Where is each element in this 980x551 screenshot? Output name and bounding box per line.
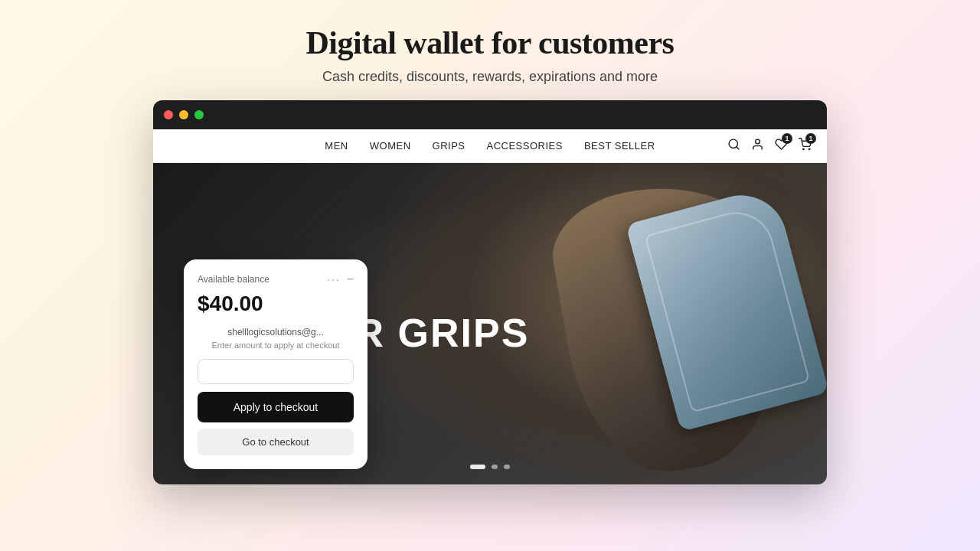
browser-content: MEN WOMEN GRIPS ACCESSORIES BEST SELLER bbox=[153, 129, 827, 484]
wallet-widget: Available balance ··· − $40.00 shelllogi… bbox=[184, 259, 368, 469]
wishlist-icon[interactable]: 1 bbox=[775, 138, 788, 154]
minimize-button[interactable] bbox=[179, 110, 188, 119]
wallet-email: shelllogicsolutions@g... bbox=[198, 327, 354, 337]
cart-icon[interactable]: 1 bbox=[799, 138, 812, 154]
wallet-actions: ··· − bbox=[327, 273, 354, 285]
slide-dot-1[interactable] bbox=[470, 465, 485, 469]
nav-item-grips[interactable]: GRIPS bbox=[433, 140, 466, 152]
wallet-options-button[interactable]: ··· bbox=[327, 273, 341, 285]
svg-point-4 bbox=[808, 148, 809, 149]
apply-to-checkout-button[interactable]: Apply to checkout bbox=[198, 392, 354, 422]
cart-badge: 1 bbox=[805, 133, 816, 144]
svg-point-3 bbox=[803, 148, 804, 149]
nav-links: MEN WOMEN GRIPS ACCESSORIES BEST SELLER bbox=[325, 140, 655, 152]
slide-indicators bbox=[470, 465, 510, 469]
browser-titlebar bbox=[153, 100, 827, 129]
slide-dot-2[interactable] bbox=[492, 465, 498, 469]
search-icon[interactable] bbox=[727, 138, 740, 154]
wallet-label: Available balance bbox=[198, 274, 270, 285]
account-icon[interactable] bbox=[751, 138, 764, 154]
page-subtitle: Cash credits, discounts, rewards, expira… bbox=[306, 69, 675, 85]
hero-section: IT´S TIME TO FLY CONDOR GRIPS Available … bbox=[153, 163, 827, 484]
wallet-amount-input[interactable] bbox=[198, 359, 354, 384]
wallet-balance: $40.00 bbox=[198, 292, 354, 316]
nav-item-women[interactable]: WOMEN bbox=[370, 140, 411, 152]
nav-item-bestseller[interactable]: BEST SELLER bbox=[584, 140, 655, 152]
browser-window: MEN WOMEN GRIPS ACCESSORIES BEST SELLER bbox=[153, 100, 827, 484]
nav-icons: 1 1 bbox=[727, 138, 812, 154]
svg-line-1 bbox=[737, 147, 739, 149]
nav-bar: MEN WOMEN GRIPS ACCESSORIES BEST SELLER bbox=[153, 129, 827, 163]
nav-item-accessories[interactable]: ACCESSORIES bbox=[487, 140, 563, 152]
wallet-header: Available balance ··· − bbox=[198, 273, 354, 285]
wishlist-badge: 1 bbox=[782, 133, 792, 144]
page-title: Digital wallet for customers bbox=[306, 24, 675, 61]
svg-point-2 bbox=[756, 139, 760, 144]
slide-dot-3[interactable] bbox=[504, 465, 510, 469]
page-header: Digital wallet for customers Cash credit… bbox=[306, 0, 675, 100]
wallet-minimize-button[interactable]: − bbox=[347, 273, 354, 285]
wallet-hint: Enter amount to apply at checkout bbox=[198, 341, 354, 350]
go-to-checkout-button[interactable]: Go to checkout bbox=[198, 429, 354, 455]
close-button[interactable] bbox=[164, 110, 173, 119]
fullscreen-button[interactable] bbox=[194, 110, 204, 119]
nav-item-men[interactable]: MEN bbox=[325, 140, 348, 152]
